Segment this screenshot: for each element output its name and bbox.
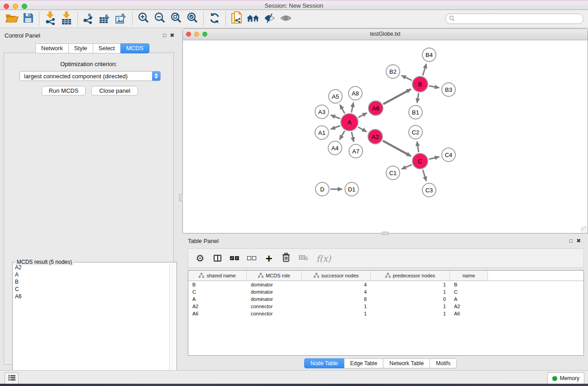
- result-item[interactable]: A6: [13, 293, 170, 300]
- graph-node-C3[interactable]: C3: [422, 183, 436, 197]
- home-button[interactable]: [245, 12, 261, 26]
- graph-node-A2[interactable]: A2: [368, 129, 383, 144]
- table-cell[interactable]: 0: [371, 295, 450, 303]
- tab-mcds[interactable]: MCDS: [120, 43, 149, 53]
- table-row[interactable]: Bdominator41B: [188, 281, 583, 288]
- delete-table-button[interactable]: [298, 253, 309, 264]
- graph-node-B[interactable]: B: [412, 76, 428, 92]
- criterion-dropdown[interactable]: largest connected component (directed): [19, 71, 161, 81]
- import-network-button[interactable]: [42, 12, 58, 26]
- float-panel-icon[interactable]: □: [569, 238, 573, 244]
- tab-edge-table[interactable]: Edge Table: [344, 358, 384, 368]
- graph-node-C4[interactable]: C4: [441, 148, 456, 162]
- resize-grip[interactable]: [581, 226, 587, 233]
- delete-column-button[interactable]: [281, 253, 292, 264]
- run-mcds-button[interactable]: Run MCDS: [42, 86, 86, 95]
- column-header-name[interactable]: name: [450, 271, 488, 281]
- table-cell[interactable]: 1: [371, 288, 450, 295]
- table-cell[interactable]: A: [188, 295, 247, 303]
- task-history-button[interactable]: [5, 372, 19, 385]
- table-cell[interactable]: 4: [302, 288, 371, 295]
- show-columns-button[interactable]: [212, 253, 223, 264]
- column-header-shared-name[interactable]: shared name: [188, 271, 247, 281]
- table-cell[interactable]: A2: [188, 303, 247, 310]
- network-from-file-button[interactable]: [229, 12, 245, 26]
- graph-node-C2[interactable]: C2: [408, 125, 423, 139]
- table-row[interactable]: Cdominator41C: [188, 288, 583, 295]
- result-item[interactable]: A2: [13, 264, 170, 271]
- result-item[interactable]: A: [13, 271, 170, 278]
- graph-node-B3[interactable]: B3: [441, 82, 456, 97]
- table-cell[interactable]: A2: [450, 303, 488, 310]
- graph-node-A3[interactable]: A3: [315, 105, 329, 119]
- table-row[interactable]: A6connector11A6: [188, 310, 583, 317]
- graph-node-C[interactable]: C: [412, 153, 428, 169]
- tab-style[interactable]: Style: [68, 43, 93, 53]
- tab-motifs[interactable]: Motifs: [430, 358, 457, 368]
- table-row[interactable]: Adominator80A: [188, 295, 583, 303]
- graph-node-A4[interactable]: A4: [328, 141, 342, 155]
- table-settings-button[interactable]: ⚙: [195, 253, 206, 264]
- table-cell[interactable]: 1: [302, 303, 371, 310]
- tab-network-table[interactable]: Network Table: [383, 358, 430, 368]
- save-session-button[interactable]: [20, 12, 36, 26]
- zoom-selected-button[interactable]: [184, 12, 201, 26]
- result-list-scrollbar[interactable]: [169, 264, 176, 386]
- horizontal-splitter-handle[interactable]: [382, 232, 388, 235]
- table-cell[interactable]: 8: [302, 295, 371, 303]
- import-table-button[interactable]: [58, 12, 75, 26]
- table-cell[interactable]: dominator: [247, 281, 302, 288]
- table-cell[interactable]: dominator: [247, 288, 302, 295]
- show-all-button[interactable]: [277, 12, 294, 26]
- zoom-fit-button[interactable]: [168, 12, 184, 26]
- graph-node-D1[interactable]: D1: [344, 182, 359, 196]
- graph-node-B2[interactable]: B2: [386, 64, 400, 79]
- deselect-all-button[interactable]: [246, 253, 257, 264]
- zoom-out-button[interactable]: [152, 12, 168, 26]
- export-network-button[interactable]: [81, 12, 97, 26]
- tab-select[interactable]: Select: [93, 43, 121, 53]
- graph-node-B1[interactable]: B1: [408, 105, 423, 119]
- add-column-button[interactable]: +: [263, 253, 274, 264]
- column-header-MCDS-role[interactable]: MCDS role: [247, 271, 302, 281]
- table-cell[interactable]: 1: [371, 303, 450, 310]
- function-builder-button[interactable]: f(x): [315, 253, 332, 264]
- search-input[interactable]: [457, 15, 583, 23]
- export-image-button[interactable]: [113, 12, 129, 26]
- column-header-successor-nodes[interactable]: successor nodes: [302, 271, 371, 281]
- graph-node-A5[interactable]: A5: [328, 89, 343, 104]
- result-item[interactable]: B: [13, 278, 170, 286]
- column-header-predecessor-nodes[interactable]: predecessor nodes: [371, 271, 450, 281]
- float-panel-icon[interactable]: □: [163, 32, 166, 38]
- table-cell[interactable]: C: [188, 288, 247, 295]
- table-cell[interactable]: B: [188, 281, 247, 288]
- result-item[interactable]: C: [13, 286, 170, 293]
- table-cell[interactable]: dominator: [247, 295, 302, 303]
- memory-button[interactable]: Memory: [547, 372, 584, 384]
- graph-node-D[interactable]: D: [315, 182, 330, 196]
- table-cell[interactable]: 1: [302, 310, 371, 317]
- table-cell[interactable]: 1: [371, 310, 450, 317]
- graph-node-A7[interactable]: A7: [349, 144, 363, 158]
- close-panel-button[interactable]: Close panel: [91, 86, 138, 95]
- close-panel-icon[interactable]: ✖: [576, 238, 581, 244]
- graph-node-C1[interactable]: C1: [386, 166, 400, 180]
- table-cell[interactable]: B: [450, 281, 488, 288]
- table-cell[interactable]: A6: [188, 310, 247, 317]
- table-cell[interactable]: A: [450, 295, 488, 303]
- close-panel-icon[interactable]: ✖: [170, 32, 174, 38]
- vertical-splitter-handle[interactable]: [179, 194, 183, 201]
- refresh-button[interactable]: [206, 12, 223, 26]
- graph-node-A1[interactable]: A1: [315, 125, 329, 140]
- network-canvas[interactable]: B4B2BB3A5A8A6A3B1AA1C2A2A4A7C4CC1C3DD1: [183, 40, 588, 233]
- table-cell[interactable]: C: [450, 288, 488, 295]
- graph-node-A6[interactable]: A6: [368, 100, 383, 116]
- table-cell[interactable]: connector: [247, 310, 302, 317]
- search-field[interactable]: [445, 14, 583, 24]
- table-cell[interactable]: 4: [302, 281, 371, 288]
- open-session-button[interactable]: [4, 12, 20, 26]
- select-all-button[interactable]: ✓✓: [229, 253, 240, 264]
- tab-node-table[interactable]: Node Table: [304, 358, 344, 368]
- table-cell[interactable]: 1: [371, 281, 450, 288]
- table-row[interactable]: A2connector11A2: [188, 303, 583, 310]
